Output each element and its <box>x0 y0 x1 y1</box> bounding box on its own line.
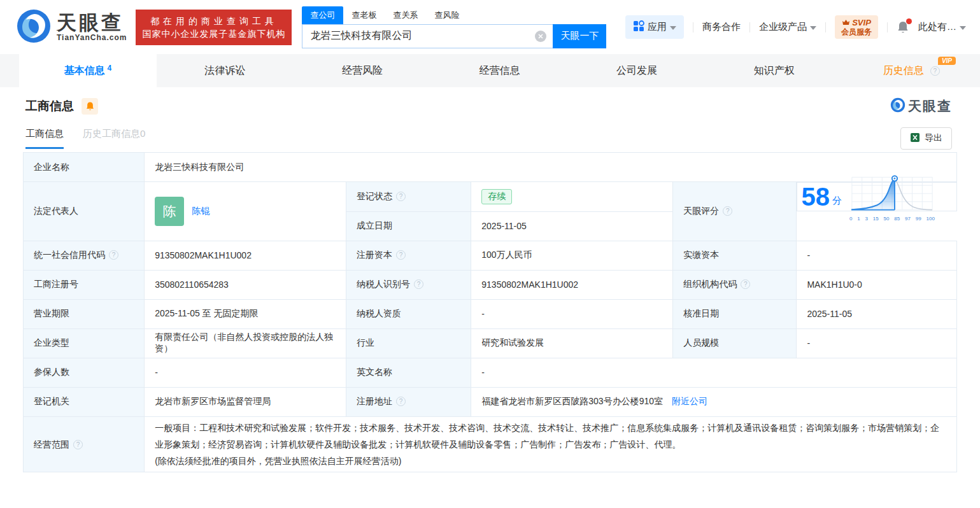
reg-address-value: 福建省龙岩市新罗区西陂路303号办公楼910室 <box>481 396 663 406</box>
nav-cooperation[interactable]: 商务合作 <box>702 21 741 33</box>
tab-intellectual-property[interactable]: 知识产权 <box>706 54 843 87</box>
search-input-wrap <box>302 24 553 48</box>
help-icon[interactable] <box>930 66 940 76</box>
legal-rep-link[interactable]: 陈锟 <box>192 206 209 217</box>
field-label: 参保人数 <box>24 358 145 387</box>
export-button[interactable]: 导出 <box>900 127 952 150</box>
section-header: 工商信息 天眼查 <box>0 87 980 115</box>
clear-icon[interactable] <box>535 31 546 42</box>
search-tab-relation[interactable]: 查关系 <box>385 6 426 24</box>
subtab-business-info[interactable]: 工商信息 <box>25 128 64 149</box>
english-name-value: - <box>471 358 957 387</box>
notification-bell-icon[interactable] <box>897 20 909 34</box>
crown-icon <box>842 18 850 27</box>
reg-capital-value: 100万人民币 <box>471 241 673 270</box>
nav-enterprise[interactable]: 企业级产品 <box>759 21 816 33</box>
establish-date-value: 2025-11-05 <box>471 211 673 241</box>
field-label: 营业期限 <box>24 299 145 328</box>
field-label: 天眼评分 <box>673 182 797 241</box>
status-badge: 存续 <box>481 189 512 204</box>
field-label: 企业类型 <box>24 328 145 358</box>
divider <box>887 22 888 32</box>
score-unit: 分 <box>832 187 842 207</box>
export-label: 导出 <box>925 132 942 144</box>
logo-domain: TianYanCha.com <box>57 33 127 42</box>
paid-capital-value: - <box>797 241 957 270</box>
top-header: 天眼查 TianYanCha.com 都在用的商业查询工具 国家中小企业发展子基… <box>0 0 980 54</box>
watermark-logo: 天眼查 <box>890 97 952 115</box>
tab-operating-info[interactable]: 经营信息 <box>431 54 569 87</box>
help-icon[interactable] <box>414 279 423 289</box>
search-tab-risk[interactable]: 查风险 <box>426 6 467 24</box>
watermark-text: 天眼查 <box>908 97 952 115</box>
help-icon[interactable] <box>109 250 118 260</box>
reg-authority-value: 龙岩市新罗区市场监督管理局 <box>145 387 346 416</box>
tab-history-info[interactable]: 历史信息 VIP <box>842 54 980 87</box>
field-label: 实缴资本 <box>673 241 797 270</box>
help-icon[interactable] <box>741 279 750 289</box>
svip-sublabel: 会员服务 <box>841 27 872 36</box>
search-button[interactable]: 天眼一下 <box>553 24 606 48</box>
main-content: 工商信息 天眼查 工商信息 历史工商信息0 <box>0 87 980 472</box>
search-tab-boss[interactable]: 查老板 <box>343 6 385 24</box>
tianyancha-logo[interactable]: 天眼查 TianYanCha.com <box>16 8 127 46</box>
svip-membership-button[interactable]: SVIP 会员服务 <box>835 15 878 39</box>
search-tab-company[interactable]: 查公司 <box>302 6 343 24</box>
business-scope-note: (除依法须经批准的项目外，凭营业执照依法自主开展经营活动) <box>155 453 946 469</box>
field-label: 统一社会信用代码 <box>24 241 145 270</box>
tianyancha-swirl-icon <box>890 97 905 115</box>
legal-rep-cell: 陈 陈锟 <box>145 182 346 241</box>
tianyan-score-cell: 58 分 <box>797 182 956 211</box>
reg-number-value: 350802110654283 <box>145 270 346 299</box>
slogan-line1: 都在用的商业查询工具 <box>142 15 285 27</box>
table-row: 登记机关 龙岩市新罗区市场监督管理局 注册地址 福建省龙岩市新罗区西陂路303号… <box>24 387 957 416</box>
subtab-row: 工商信息 历史工商信息0 导出 <box>0 115 980 150</box>
subtab-history-business-info[interactable]: 历史工商信息0 <box>83 128 145 149</box>
score-value: 58 <box>801 184 830 209</box>
industry-value: 研究和试验发展 <box>471 328 673 358</box>
help-icon[interactable] <box>396 192 406 201</box>
tab-company-development[interactable]: 公司发展 <box>568 54 706 87</box>
business-scope-value: 一般项目：工程和技术研究和试验发展；软件开发；技术服务、技术开发、技术咨询、技术… <box>155 420 946 453</box>
nearby-companies-link[interactable]: 附近公司 <box>672 396 707 406</box>
tab-operating-risk[interactable]: 经营风险 <box>294 54 431 87</box>
apps-grid-icon <box>633 20 644 34</box>
score-distribution-chart: 01 315 5085 9799 100 <box>848 172 936 222</box>
avatar: 陈 <box>155 197 184 226</box>
reg-address-cell: 福建省龙岩市新罗区西陂路303号办公楼910室 附近公司 <box>471 387 957 416</box>
field-label: 登记状态 <box>346 182 471 212</box>
chevron-down-icon <box>670 26 676 30</box>
tab-basic-info[interactable]: 基本信息 4 <box>19 54 157 87</box>
taxpayer-quality-value: - <box>471 299 673 328</box>
svip-label: SVIP <box>852 18 871 27</box>
slogan-banner: 都在用的商业查询工具 国家中小企业发展子基金旗下机构 <box>136 10 292 45</box>
help-icon[interactable] <box>396 250 406 260</box>
field-label: 成立日期 <box>346 211 471 241</box>
credit-code-value: 91350802MAK1H1U002 <box>145 241 346 270</box>
insured-count-value: - <box>145 358 346 387</box>
field-label: 核准日期 <box>673 299 797 328</box>
search-input[interactable] <box>310 31 535 42</box>
section-title: 工商信息 <box>25 98 74 115</box>
logo-title: 天眼查 <box>57 13 127 33</box>
notification-dot <box>906 18 912 24</box>
tab-count-badge: 4 <box>107 64 111 73</box>
user-menu[interactable]: 此处有… <box>918 21 966 33</box>
business-info-table: 企业名称 龙岩三快科技有限公司 法定代表人 陈 陈锟 登记状态 存续 天眼评分 … <box>23 152 957 472</box>
tab-legal-litigation[interactable]: 法律诉讼 <box>157 54 294 87</box>
field-label: 法定代表人 <box>24 182 145 241</box>
monitor-bell-icon[interactable] <box>82 98 98 115</box>
header-nav: 应用 商务合作 企业级产品 SVIP 会员服务 <box>625 15 966 39</box>
table-row: 企业类型 有限责任公司（非自然人投资或控股的法人独资） 行业 研究和试验发展 人… <box>24 328 957 358</box>
help-icon[interactable] <box>723 206 732 216</box>
apps-menu[interactable]: 应用 <box>625 15 684 39</box>
company-name-value: 龙岩三快科技有限公司 <box>145 153 957 182</box>
help-icon[interactable] <box>73 440 83 449</box>
chart-axis-ticks: 01 315 5085 9799 100 <box>848 216 936 222</box>
field-label: 人员规模 <box>673 328 797 358</box>
help-icon[interactable] <box>396 397 406 406</box>
table-row: 企业名称 龙岩三快科技有限公司 <box>24 153 957 182</box>
org-code-value: MAK1H1U0-0 <box>797 270 957 299</box>
table-row: 经营范围 一般项目：工程和技术研究和试验发展；软件开发；技术服务、技术开发、技术… <box>24 416 957 472</box>
business-term-value: 2025-11-05 至 无固定期限 <box>145 299 346 328</box>
